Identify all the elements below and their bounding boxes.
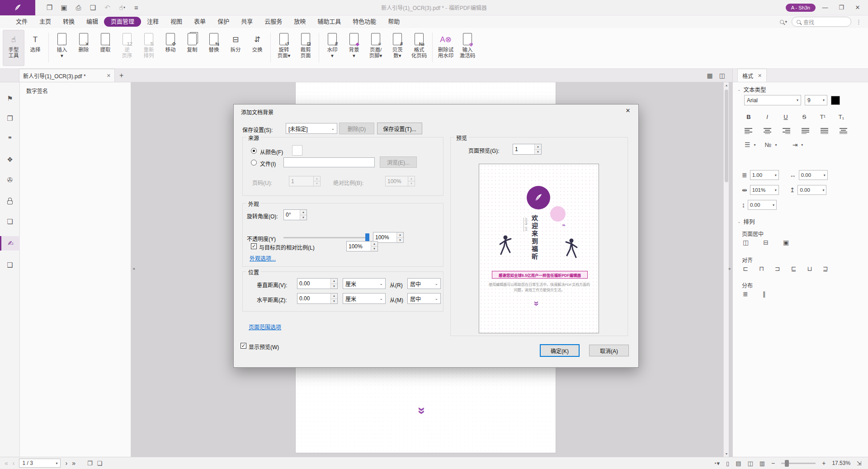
justify-icon[interactable] bbox=[802, 128, 809, 134]
background-color-well[interactable] bbox=[292, 145, 302, 156]
zoom-in-icon[interactable]: + bbox=[822, 460, 826, 467]
close-button[interactable]: ✕ bbox=[851, 2, 864, 14]
file-path-input[interactable] bbox=[283, 157, 375, 167]
text-type-section-header[interactable]: ⌄ 文本类型 bbox=[737, 85, 766, 94]
page-number-select[interactable]: 1 / 3▾ bbox=[19, 459, 61, 468]
align-objects-center-icon[interactable]: ⊓ bbox=[759, 265, 764, 272]
toolbar-button[interactable] bbox=[48, 33, 49, 62]
font-size-select[interactable]: 9▾ bbox=[805, 95, 827, 105]
document-tab[interactable]: 新人引导(1)_OCR(3).pdf * ✕ bbox=[19, 69, 115, 82]
vertical-unit-select[interactable]: 厘米⌄ bbox=[343, 278, 386, 289]
font-family-select[interactable]: Arial▾ bbox=[744, 95, 801, 105]
toolbar-button[interactable] bbox=[432, 33, 433, 62]
align-objects-left-icon[interactable]: ⊏ bbox=[743, 265, 748, 272]
toolbar-button[interactable]: T 选择 bbox=[24, 30, 46, 66]
save-settings-select[interactable]: [未指定]⌄ bbox=[286, 123, 337, 134]
menu-item[interactable]: 页面管理 bbox=[104, 17, 141, 27]
align-objects-bottom-icon[interactable]: ⊒ bbox=[823, 265, 828, 272]
layers-icon[interactable]: ❖ bbox=[0, 152, 20, 167]
justify-last-icon[interactable] bbox=[840, 128, 847, 134]
menu-item[interactable]: 表单 bbox=[188, 17, 212, 27]
toolbar-button[interactable]: ◆ 背景 ▾ bbox=[343, 30, 365, 66]
show-preview-checkbox[interactable]: ✓ bbox=[241, 343, 246, 349]
relative-scale-spinner[interactable]: ▲▼ bbox=[346, 241, 378, 251]
align-right-icon[interactable] bbox=[783, 128, 790, 134]
qat-button[interactable]: ❐ bbox=[43, 2, 56, 14]
from-color-radio[interactable] bbox=[251, 148, 257, 154]
toolbar-button[interactable]: // 水印 ▾ bbox=[321, 30, 343, 66]
browse-button[interactable]: 浏览(E)... bbox=[380, 156, 417, 168]
menu-item[interactable]: 特色功能 bbox=[347, 17, 382, 27]
fit-screen-icon[interactable]: ⇲ bbox=[857, 460, 862, 467]
delete-setting-button[interactable]: 删除(D) bbox=[339, 123, 374, 134]
font-color-swatch[interactable] bbox=[831, 96, 840, 105]
single-page-view-icon[interactable]: ▯ bbox=[726, 460, 729, 467]
format-tab[interactable]: 格式 ✕ bbox=[737, 69, 767, 82]
toolbar-button[interactable]: ← 插入 ▾ bbox=[51, 30, 73, 66]
menu-item[interactable]: 帮助 bbox=[382, 17, 406, 27]
ok-button[interactable]: 确定(K) bbox=[540, 344, 580, 357]
comments-icon[interactable]: ❞ bbox=[0, 132, 20, 147]
menu-item[interactable]: 编辑 bbox=[80, 17, 104, 27]
menu-item[interactable]: 主页 bbox=[33, 17, 57, 27]
user-account-badge[interactable]: A - Sh3n bbox=[786, 4, 816, 12]
horizontal-anchor-select[interactable]: 居中⌄ bbox=[407, 293, 441, 304]
menu-item[interactable]: 辅助工具 bbox=[311, 17, 347, 27]
toolbar-button[interactable]: ↺ 旋转 页面▾ bbox=[273, 30, 295, 66]
rotation-spinner[interactable]: ▲▼ bbox=[283, 209, 307, 220]
continuous-view-icon[interactable]: ▤ bbox=[736, 460, 741, 467]
distribute-vertical-icon[interactable]: ≣ bbox=[743, 290, 748, 298]
underline-button[interactable]: U bbox=[780, 111, 792, 122]
security-lock-icon[interactable] bbox=[0, 194, 20, 208]
menu-item[interactable]: 放映 bbox=[288, 17, 311, 27]
toolbar-button[interactable]: ⇵ 交换 bbox=[246, 30, 268, 66]
last-page-icon[interactable]: » bbox=[72, 460, 75, 467]
align-objects-right-icon[interactable]: ⊐ bbox=[775, 265, 780, 272]
tab-close-icon[interactable]: ✕ bbox=[107, 73, 111, 79]
vertical-distance-spinner[interactable]: ▲▼ bbox=[297, 278, 338, 289]
zoom-slider-track[interactable] bbox=[781, 463, 816, 464]
toolbar-button[interactable]: # 贝茨 数▾ bbox=[387, 30, 408, 66]
bold-button[interactable]: B bbox=[743, 111, 755, 122]
zoom-percentage[interactable]: 17.53% bbox=[832, 460, 850, 466]
dialog-close-icon[interactable]: ✕ bbox=[623, 107, 633, 116]
facing-view-icon[interactable]: ◫ bbox=[747, 460, 753, 467]
justify-all-icon[interactable] bbox=[821, 128, 828, 134]
char-spacing-input[interactable]: 0.00▾ bbox=[799, 170, 828, 180]
qat-button[interactable]: ☝▾ bbox=[116, 2, 128, 14]
toolbar-button[interactable]: ⇅ 重新 排列 bbox=[138, 30, 160, 66]
next-page-icon[interactable]: › bbox=[65, 460, 67, 467]
toolbar-button[interactable]: A⊗ 删除试 用水印 bbox=[435, 30, 457, 66]
toolbar-button[interactable]: № 格式 化页码 bbox=[408, 30, 430, 66]
toolbar-button[interactable]: 12 逆 页序 bbox=[116, 30, 138, 66]
facing-continuous-view-icon[interactable]: ▥ bbox=[760, 460, 765, 467]
center-both-icon[interactable]: ▣ bbox=[783, 239, 789, 246]
toolbar-button[interactable]: 复制 bbox=[181, 30, 203, 66]
first-page-icon[interactable]: « bbox=[5, 460, 8, 467]
scrollbar-thumb[interactable] bbox=[725, 90, 728, 182]
subscript-button[interactable]: T₁ bbox=[835, 111, 847, 122]
panel-toggle-icon[interactable]: ◫ bbox=[719, 72, 725, 79]
from-file-radio[interactable] bbox=[251, 160, 257, 166]
toolbar-button[interactable]: ↓ 提取 bbox=[94, 30, 116, 66]
attachments-icon[interactable]: ✇ bbox=[0, 173, 20, 187]
center-horizontal-icon[interactable]: ◫ bbox=[743, 239, 749, 246]
zoom-out-icon[interactable]: − bbox=[771, 460, 775, 467]
scroll-up-icon[interactable]: ▲ bbox=[724, 82, 729, 88]
arrange-section-header[interactable]: ⌄ 排列 bbox=[737, 217, 755, 226]
zoom-slider-handle[interactable] bbox=[785, 460, 789, 467]
qat-button[interactable]: ❏ bbox=[87, 2, 99, 14]
scroll-down-icon[interactable]: ▼ bbox=[724, 451, 729, 457]
opacity-slider-track[interactable] bbox=[283, 237, 369, 238]
minimize-button[interactable]: — bbox=[818, 2, 832, 14]
appearance-options-link[interactable]: 外观选项... bbox=[250, 254, 276, 262]
relative-scale-checkbox[interactable]: ✓ bbox=[251, 243, 257, 249]
prev-page-icon[interactable]: ‹ bbox=[13, 460, 15, 467]
numbered-list-icon[interactable]: № bbox=[765, 141, 772, 148]
clipboard-icon[interactable]: ❏ bbox=[97, 460, 103, 467]
toolbar-button[interactable]: ⇆ 替换 bbox=[203, 30, 225, 66]
distribute-horizontal-icon[interactable]: ∥ bbox=[763, 290, 766, 298]
bookmarks-icon[interactable]: ⚑ bbox=[0, 91, 20, 106]
cancel-button[interactable]: 取消(A) bbox=[589, 345, 629, 356]
search-input[interactable]: 查找 bbox=[792, 17, 851, 27]
